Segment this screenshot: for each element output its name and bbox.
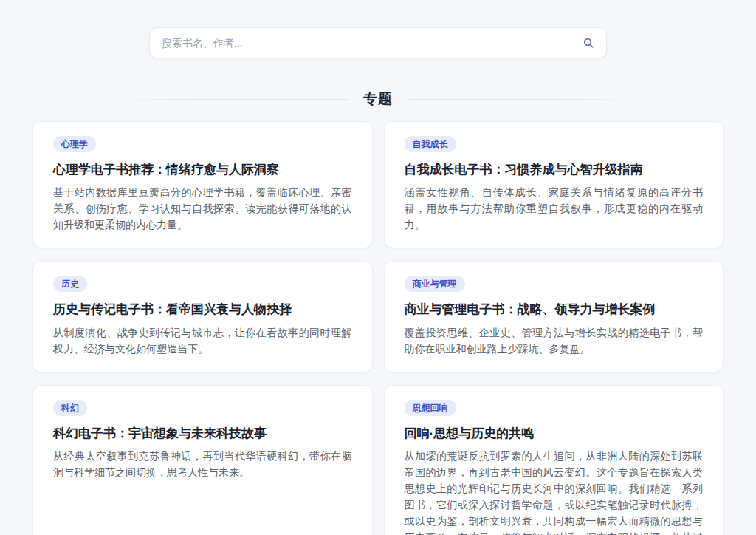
search-button[interactable]	[581, 35, 596, 50]
search-box	[149, 27, 607, 58]
search-input[interactable]	[162, 37, 581, 49]
topic-card-thought-echo[interactable]: 思想回响 回响·思想与历史的共鸣 从加缪的荒诞反抗到罗素的人生追问，从非洲大陆的…	[384, 385, 724, 535]
topic-description: 基于站内数据库里豆瓣高分的心理学书籍，覆盖临床心理、亲密关系、创伤疗愈、学习认知…	[53, 184, 352, 233]
topic-card-history[interactable]: 历史 历史与传记电子书：看帝国兴衰与人物抉择 从制度演化、战争史到传记与城市志，…	[32, 261, 373, 372]
topics-grid: 心理学 心理学电子书推荐：情绪疗愈与人际洞察 基于站内数据库里豆瓣高分的心理学书…	[32, 121, 724, 535]
topic-tag-badge: 自我成长	[405, 136, 456, 152]
topic-description: 覆盖投资思维、企业史、管理方法与增长实战的精选电子书，帮助你在职业和创业路上少踩…	[405, 324, 704, 357]
topic-description: 从经典太空叙事到克苏鲁神话，再到当代华语硬科幻，带你在脑洞与科学细节之间切换，思…	[53, 448, 352, 480]
section-heading: 专题	[120, 89, 636, 109]
topic-description: 从加缪的荒诞反抗到罗素的人生追问，从非洲大陆的深处到苏联帝国的边界，再到古老中国…	[405, 448, 704, 535]
topic-description: 从制度演化、战争史到传记与城市志，让你在看故事的同时理解权力、经济与文化如何塑造…	[53, 324, 352, 357]
topic-title: 科幻电子书：宇宙想象与未来科技故事	[53, 426, 352, 442]
topic-title: 心理学电子书推荐：情绪疗愈与人际洞察	[53, 162, 352, 178]
topic-card-business[interactable]: 商业与管理 商业与管理电子书：战略、领导力与增长案例 覆盖投资思维、企业史、管理…	[384, 261, 724, 372]
topic-card-self-growth[interactable]: 自我成长 自我成长电子书：习惯养成与心智升级指南 涵盖女性视角、自传体成长、家庭…	[384, 121, 724, 248]
topic-title: 历史与传记电子书：看帝国兴衰与人物抉择	[53, 301, 352, 318]
section-title: 专题	[363, 89, 393, 109]
search-bar	[149, 0, 607, 58]
topic-title: 回响·思想与历史的共鸣	[405, 426, 704, 442]
topic-tag-badge: 历史	[53, 276, 87, 292]
ebook-topics-page: 专题 心理学 心理学电子书推荐：情绪疗愈与人际洞察 基于站内数据库里豆瓣高分的心…	[0, 0, 756, 535]
heading-divider-right	[409, 99, 636, 100]
search-icon	[583, 37, 594, 49]
topic-description: 涵盖女性视角、自传体成长、家庭关系与情绪复原的高评分书籍，用故事与方法帮助你重塑…	[405, 184, 704, 233]
heading-divider-left	[120, 99, 347, 100]
topic-title: 商业与管理电子书：战略、领导力与增长案例	[405, 301, 704, 318]
topic-tag-badge: 商业与管理	[405, 276, 465, 292]
topic-tag-badge: 思想回响	[405, 400, 456, 416]
topic-card-scifi[interactable]: 科幻 科幻电子书：宇宙想象与未来科技故事 从经典太空叙事到克苏鲁神话，再到当代华…	[32, 385, 373, 535]
topic-tag-badge: 科幻	[53, 400, 87, 416]
topic-title: 自我成长电子书：习惯养成与心智升级指南	[405, 162, 704, 178]
topic-tag-badge: 心理学	[53, 136, 96, 152]
topic-card-psychology[interactable]: 心理学 心理学电子书推荐：情绪疗愈与人际洞察 基于站内数据库里豆瓣高分的心理学书…	[32, 121, 373, 248]
